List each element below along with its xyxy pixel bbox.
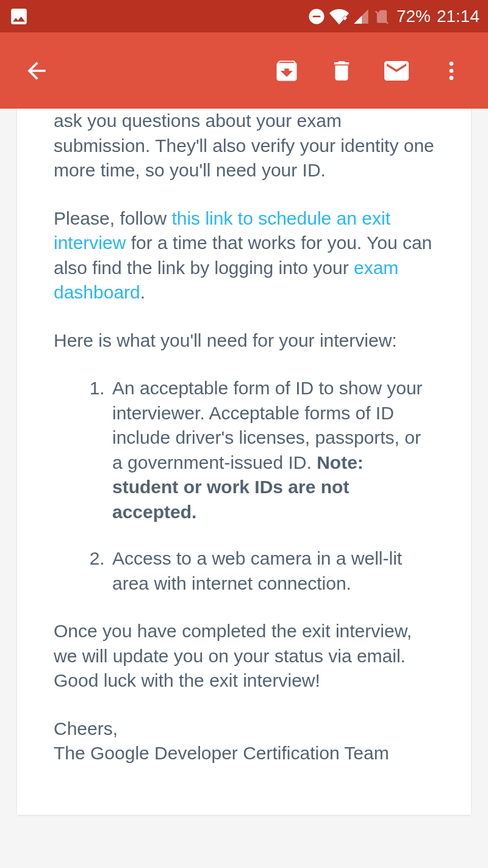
paragraph-2: Please, follow this link to schedule an … <box>54 206 434 305</box>
dnd-icon <box>307 7 326 26</box>
trash-icon <box>329 58 354 84</box>
signature-greeting: Cheers, <box>54 717 434 742</box>
wifi-icon <box>329 7 349 26</box>
no-sim-icon <box>373 7 390 26</box>
image-notification-icon <box>9 6 29 27</box>
requirements-list: An acceptable form of ID to show your in… <box>54 376 434 596</box>
svg-point-2 <box>450 62 454 66</box>
paragraph-1: ask you questions about your exam submis… <box>54 109 434 183</box>
mail-icon <box>382 56 411 85</box>
svg-point-3 <box>450 68 454 73</box>
delete-button[interactable] <box>317 46 366 95</box>
archive-icon <box>273 57 300 84</box>
arrow-back-icon <box>23 57 50 84</box>
svg-rect-1 <box>313 15 321 17</box>
status-right: 72% 21:14 <box>307 7 479 26</box>
list-item: Access to a web camera in a well-lit are… <box>110 546 434 596</box>
back-button[interactable] <box>12 46 61 95</box>
paragraph-4: Once you have completed the exit intervi… <box>54 619 434 693</box>
email-body: ask you questions about your exam submis… <box>54 109 434 766</box>
archive-button[interactable] <box>262 46 311 95</box>
cellular-icon <box>353 8 370 25</box>
app-bar <box>0 32 488 109</box>
email-card: ask you questions about your exam submis… <box>17 109 471 815</box>
content-area[interactable]: ask you questions about your exam submis… <box>0 109 488 868</box>
status-bar: 72% 21:14 <box>0 0 488 32</box>
more-vert-icon <box>439 59 464 83</box>
mark-unread-button[interactable] <box>372 46 421 95</box>
signature-name: The Google Developer Certification Team <box>54 741 434 766</box>
clock: 21:14 <box>437 7 479 26</box>
paragraph-3: Here is what you'll need for your interv… <box>54 328 434 353</box>
more-button[interactable] <box>427 46 476 95</box>
status-left <box>9 6 29 27</box>
svg-point-4 <box>450 76 454 80</box>
battery-percent: 72% <box>396 7 431 26</box>
list-item: An acceptable form of ID to show your in… <box>110 376 434 524</box>
